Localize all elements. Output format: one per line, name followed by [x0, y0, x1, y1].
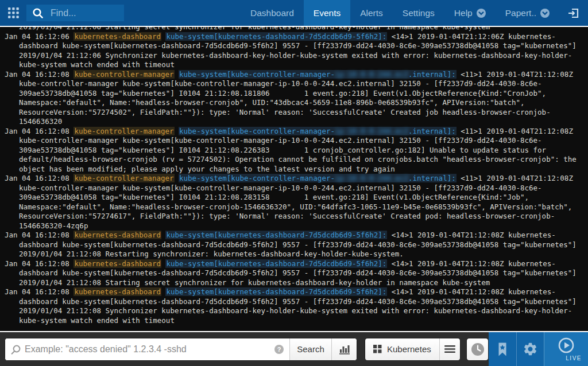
sign-out-button[interactable]	[559, 0, 588, 26]
log-system-badge[interactable]: kube-system[kubernetes-dashboard-7d5dcdb…	[165, 287, 387, 296]
log-source-badge[interactable]: kube-controller-manager	[74, 174, 174, 182]
nav-settings[interactable]: Settings	[393, 0, 444, 26]
log-entry: Jan 04 16:12:08 kube-controller-manager …	[5, 174, 586, 231]
log-timestamp: Jan 04 16:12:08	[5, 70, 69, 79]
log-system-badge[interactable]: kube-system[kube-controller-manager-ip-1…	[179, 174, 457, 182]
bar-chart-icon	[339, 344, 350, 355]
redacted-text: ip-10-0-0-244.ec2	[335, 70, 408, 79]
chevron-down-icon	[540, 9, 550, 18]
nav-alerts[interactable]: Alerts	[350, 0, 393, 26]
redacted-text: ip-10-0-0-244.ec2	[335, 127, 408, 135]
log-entry: Jan 04 16:12:08 kube-controller-manager …	[5, 127, 586, 174]
search-button[interactable]: Search	[289, 338, 331, 360]
log-timestamp: Jan 04 16:12:08	[5, 174, 69, 182]
search-group: ? Search	[5, 338, 357, 361]
nav-dashboard[interactable]: Dashboard	[241, 0, 304, 26]
log-system-badge[interactable]: kube-system[kube-controller-manager-ip-1…	[179, 70, 457, 79]
search-toolbar: ? Search Kubernetes	[0, 332, 588, 366]
log-timestamp: Jan 04 16:12:08	[5, 259, 69, 268]
group-label: Kubernetes	[387, 344, 431, 354]
primary-nav: Dashboard Events Alerts Settings Help Pa…	[241, 0, 559, 26]
log-source-badge[interactable]: kubernetes-dashboard	[74, 32, 161, 41]
search-field: ?	[5, 338, 289, 360]
list-icon	[444, 345, 455, 353]
search-icon	[32, 7, 44, 20]
log-entry: Jan 04 16:12:08 kubernetes-dashboard kub…	[5, 287, 586, 325]
saved-searches-button[interactable]	[439, 338, 460, 360]
play-icon	[557, 337, 575, 355]
log-source-badge[interactable]: kube-controller-manager	[74, 127, 174, 135]
bookmark-button[interactable]	[489, 332, 516, 366]
viewer-controls: LIVE	[489, 332, 588, 366]
log-timestamp: Jan 04 16:12:08	[5, 127, 69, 135]
nav-label: Help	[454, 8, 473, 18]
search-icon	[10, 344, 21, 356]
time-jump-button[interactable]	[466, 338, 489, 361]
log-entry: Jan 04 16:12:08 kubernetes-dashboard kub…	[5, 259, 586, 288]
bookmark-star-icon	[496, 342, 509, 357]
clock-icon	[470, 342, 485, 357]
log-system-badge[interactable]: kube-system[kubernetes-dashboard-7d5dcdb…	[165, 259, 387, 268]
nav-label: Alerts	[360, 8, 383, 18]
log-entry: Jan 04 16:12:06 kubernetes-dashboard kub…	[5, 32, 586, 70]
sign-out-icon	[567, 6, 581, 20]
log-source-badge[interactable]: kubernetes-dashboard	[74, 259, 161, 268]
live-tail-button[interactable]: LIVE	[544, 332, 588, 366]
log-timestamp: Jan 04 16:12:08	[5, 231, 69, 239]
group-grid-icon	[373, 345, 382, 353]
search-input[interactable]	[5, 338, 289, 360]
saved-search-group: Kubernetes	[365, 338, 461, 361]
find-input[interactable]	[49, 7, 119, 19]
nav-label: Dashboard	[250, 8, 294, 18]
histogram-button[interactable]	[331, 338, 357, 360]
log-timestamp: Jan 04 16:12:06	[5, 32, 69, 41]
gear-icon	[523, 341, 538, 357]
log-system-badge[interactable]: kube-system[kube-controller-manager-ip-1…	[179, 127, 457, 135]
apps-grid-icon	[8, 7, 19, 18]
log-system-badge[interactable]: kube-system[kubernetes-dashboard-7d5dcdb…	[165, 231, 387, 239]
log-source-badge[interactable]: kubernetes-dashboard	[74, 231, 161, 239]
search-help-icon[interactable]: ?	[274, 345, 284, 354]
redacted-text: ip-10-0-0-244.ec2	[335, 174, 408, 182]
settings-button[interactable]	[516, 332, 544, 366]
find-box	[26, 5, 124, 21]
log-timestamp: Jan 04 16:12:08	[5, 287, 69, 296]
chevron-down-icon	[477, 9, 486, 18]
nav-help[interactable]: Help	[444, 0, 496, 26]
nav-papertrail-account[interactable]: Papert..	[496, 0, 559, 26]
log-entry-clipped: 2019/01/04 21:12:06 Starting secret sync…	[5, 27, 586, 32]
nav-events[interactable]: Events	[304, 0, 350, 26]
log-source-badge[interactable]: kube-controller-manager	[74, 70, 174, 79]
nav-label: Papert..	[505, 8, 536, 18]
top-nav-bar: Dashboard Events Alerts Settings Help Pa…	[0, 0, 588, 26]
log-source-badge[interactable]: kubernetes-dashboard	[74, 287, 161, 296]
event-log[interactable]: 2019/01/04 21:12:06 Starting secret sync…	[0, 27, 588, 331]
live-label: LIVE	[566, 355, 588, 361]
kubernetes-group-button[interactable]: Kubernetes	[365, 338, 439, 360]
nav-label: Events	[314, 8, 341, 18]
nav-label: Settings	[403, 8, 435, 18]
log-system-badge[interactable]: kube-system[kubernetes-dashboard-7d5dcdb…	[165, 32, 387, 41]
apps-menu-button[interactable]	[0, 0, 26, 26]
log-entry: Jan 04 16:12:08 kubernetes-dashboard kub…	[5, 231, 586, 259]
log-entry: Jan 04 16:12:08 kube-controller-manager …	[5, 70, 586, 127]
